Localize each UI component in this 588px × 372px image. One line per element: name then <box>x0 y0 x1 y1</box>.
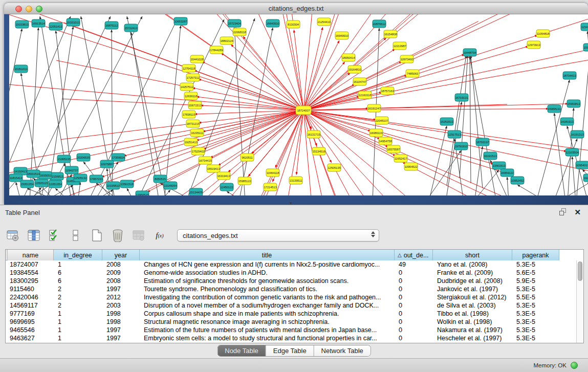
citation-network-graph[interactable]: 1915381316913514120514132015101316875112… <box>9 14 588 195</box>
graph-node-label: 12450122 <box>220 186 233 189</box>
table-row[interactable]: 969969511998Structural magnetic resonanc… <box>6 318 576 326</box>
window-titlebar[interactable]: citations_edges.txt <box>4 3 588 14</box>
column-header-title[interactable]: title <box>140 250 395 260</box>
float-panel-icon[interactable] <box>559 208 567 216</box>
table-cell: 5.6E-5 <box>512 269 559 277</box>
table-row[interactable]: 977716911998Corpus callosum shape and si… <box>6 310 576 318</box>
node-table-body[interactable]: 1872400712008Changes of HCN gene express… <box>6 260 576 343</box>
graph-node-label: 18757163 <box>381 90 394 93</box>
table-row[interactable]: 1456911722003Disruption of a novel membe… <box>6 301 576 310</box>
graph-node-label: 12160118 <box>359 94 372 97</box>
column-header-filler <box>559 250 583 260</box>
graph-node-label: 22045107 <box>375 119 388 122</box>
table-row[interactable]: 1872400712008Changes of HCN gene express… <box>6 260 576 269</box>
memory-ok-icon[interactable] <box>571 362 578 369</box>
delete-columns-icon[interactable] <box>110 228 125 243</box>
table-row[interactable]: 1830029562008Estimation of significance … <box>6 277 576 285</box>
table-vertical-scrollbar[interactable] <box>576 260 583 343</box>
delete-table-icon[interactable] <box>131 228 146 243</box>
create-column-icon[interactable] <box>89 228 104 243</box>
graph-node-label: 10653287 <box>174 20 187 23</box>
table-cell: 1998 <box>102 310 140 318</box>
tab-edge-table[interactable]: Edge Table <box>266 345 314 356</box>
graph-node-label: 14150413 <box>14 170 27 173</box>
select-stepper-icon <box>371 231 375 237</box>
graph-node-label: 18793197 <box>476 141 489 144</box>
table-cell: 0 <box>395 269 433 277</box>
table-cell: 0 <box>395 334 433 342</box>
table-cell: 2012 <box>102 293 140 301</box>
table-cell: 49 <box>395 260 433 269</box>
table-cell: 2 <box>54 285 102 293</box>
graph-node-label: 16191513 <box>484 155 497 158</box>
graph-node-label: 13561513 <box>492 164 506 167</box>
table-row[interactable]: 946362711997Embryonic stem cells: a mode… <box>6 334 576 342</box>
panel-title: Table Panel <box>5 209 40 216</box>
graph-node-label: 16640910 <box>266 22 279 25</box>
graph-node-label: 12213987 <box>393 45 406 48</box>
graph-node-label: 12505132 <box>74 177 87 180</box>
column-header-out-degree[interactable]: △out_de... <box>395 250 433 260</box>
table-type-tabs: Node Table Edge Table Network Table <box>217 345 371 357</box>
table-cell: Stergiakouli et al. (2012) <box>433 293 512 301</box>
window-title: citations_edges.txt <box>4 5 588 12</box>
table-cell: 6 <box>54 277 102 285</box>
table-cell: 5.3E-5 <box>512 318 559 326</box>
graph-node-label: 12754118 <box>183 67 196 70</box>
graph-node-label: 13145054 <box>164 184 177 187</box>
graph-node-label: 11652417 <box>395 157 408 160</box>
graph-node-label: 12636118 <box>185 95 198 98</box>
tab-network-table[interactable]: Network Table <box>314 345 371 356</box>
table-cell: 0 <box>395 277 433 285</box>
graph-node-label: 20876612 <box>373 23 386 26</box>
table-cell: 1 <box>54 326 102 334</box>
select-all-columns-icon[interactable] <box>47 228 62 243</box>
graph-node-label: 20206535 <box>77 156 90 159</box>
graph-node-label: 17359924 <box>112 156 125 159</box>
table-cell: 6 <box>54 269 102 277</box>
table-row[interactable]: 946554611997Estimation of the future num… <box>6 326 576 334</box>
graph-node-label: 17838115 <box>183 113 196 116</box>
unselect-all-columns-icon[interactable] <box>68 228 83 243</box>
table-cell: 5.3E-5 <box>512 334 559 342</box>
graph-node-label: 16949910 <box>335 34 349 37</box>
table-row[interactable]: 1938455462009Genome-wide association stu… <box>6 269 576 277</box>
graph-node-label: 13505115 <box>35 182 49 185</box>
graph-node-label: 14257512 <box>180 85 193 89</box>
graph-node-label: 19251413 <box>184 141 198 144</box>
graph-node-label: 9620511 <box>242 156 253 159</box>
table-cell: 1997 <box>102 326 140 334</box>
close-panel-icon[interactable]: ✕ <box>574 208 581 216</box>
column-header-in-degree[interactable]: in_degree <box>54 250 102 260</box>
graph-node-label: 16954122 <box>500 171 514 174</box>
table-cell: Dudbridge et al. (2008) <box>433 277 512 285</box>
table-cell: 1 <box>54 334 102 342</box>
graph-node-label: 8130304 <box>288 23 299 26</box>
table-cell: 5.3E-5 <box>512 310 559 318</box>
graph-node-label: 11543808 <box>581 26 588 29</box>
tab-node-table[interactable]: Node Table <box>217 345 266 356</box>
graph-node-label: 15134518 <box>312 150 325 153</box>
graph-node-label: 12942737 <box>65 169 78 172</box>
table-cell: Nakamura et al. (1997) <box>433 326 512 334</box>
table-cell: 5.3E-5 <box>512 285 559 293</box>
function-builder-icon[interactable]: f(x) <box>152 228 167 243</box>
table-row[interactable]: 2242004622012Investigating the contribut… <box>6 293 576 301</box>
graph-node-label: 16719131 <box>455 96 468 99</box>
table-cell: 0 <box>395 318 433 326</box>
column-header-pagerank[interactable]: pagerank <box>512 250 559 260</box>
network-canvas[interactable]: 1915381316913514120514132015101316875112… <box>9 14 588 195</box>
table-row[interactable]: 911546021997Tourette syndrome. Phenomeno… <box>6 285 576 293</box>
splitter-handle-icon[interactable]: ▾ <box>290 201 292 206</box>
column-header-short[interactable]: short <box>433 250 512 260</box>
table-source-select[interactable]: citations_edges.txt <box>177 229 379 242</box>
graph-node-label: 18931514 <box>27 172 40 176</box>
column-header-year[interactable]: year <box>102 250 140 260</box>
table-cell: 1997 <box>102 285 140 293</box>
column-header-name[interactable]: name <box>8 250 54 260</box>
show-columns-icon[interactable] <box>26 228 41 243</box>
table-mode-icon[interactable] <box>5 228 20 243</box>
scrollbar-thumb[interactable] <box>578 261 582 281</box>
table-cell: 5.9E-5 <box>512 277 559 285</box>
table-cell: Corpus callosum shape and size in male p… <box>140 310 395 318</box>
